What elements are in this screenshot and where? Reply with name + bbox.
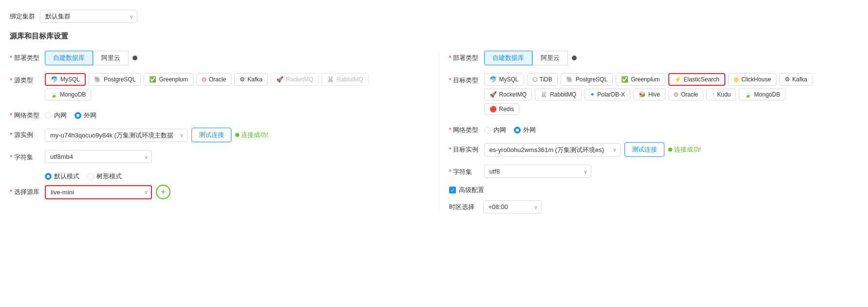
- target-db-es[interactable]: ⚡ ElasticSearch: [668, 73, 725, 86]
- mongodb-icon: 🍃: [50, 91, 57, 98]
- target-network-intranet[interactable]: 内网: [484, 126, 506, 134]
- source-db-select-row: live-mini +: [45, 185, 419, 199]
- source-db-mongodb[interactable]: 🍃 MongoDB: [45, 89, 91, 100]
- source-network-intranet[interactable]: 内网: [45, 111, 67, 120]
- target-db-rocketmq[interactable]: 🚀 RocketMQ: [484, 89, 532, 100]
- source-db-mongodb-label: MongoDB: [60, 91, 86, 98]
- target-db-oracle[interactable]: ⊙ Oracle: [668, 89, 703, 100]
- source-db-mysql[interactable]: 🐬 MySQL: [45, 73, 86, 86]
- target-deploy-tab-aliyun[interactable]: 阿里云: [532, 51, 568, 65]
- source-network-extranet[interactable]: 外网: [75, 111, 96, 120]
- source-db-pg[interactable]: 🐘 PostgreSQL: [89, 73, 141, 86]
- source-network-intranet-label: 内网: [54, 111, 67, 120]
- source-test-btn[interactable]: 测试连接: [191, 128, 231, 142]
- target-db-clickhouse-label: ClickHouse: [741, 76, 771, 83]
- source-db-pg-label: PostgreSQL: [104, 76, 135, 83]
- section-title: 源库和目标库设置: [10, 32, 858, 43]
- es-icon: ⚡: [674, 76, 681, 83]
- source-network-extranet-radio[interactable]: [75, 112, 81, 119]
- target-db-mongodb-label: MongoDB: [754, 91, 780, 98]
- clickhouse-icon: ▦: [734, 76, 739, 83]
- target-network-label: 网络类型: [449, 123, 484, 134]
- source-db-add-btn[interactable]: +: [156, 185, 170, 199]
- advanced-config-checkbox[interactable]: ✓: [449, 187, 456, 193]
- target-db-oracle-label: Oracle: [681, 91, 698, 98]
- target-network-extranet[interactable]: 外网: [514, 126, 536, 134]
- source-deploy-label: 部署类型: [10, 51, 45, 62]
- source-network-intranet-radio[interactable]: [45, 112, 52, 119]
- target-network-extranet-label: 外网: [523, 126, 536, 134]
- target-greenplum-icon: ✅: [621, 76, 628, 83]
- target-db-mysql-label: MySQL: [499, 76, 519, 83]
- target-charset-select[interactable]: utf8: [484, 165, 591, 178]
- target-db-pg-label: PostgreSQL: [576, 76, 607, 83]
- source-charset-select[interactable]: utf8mb4: [45, 150, 152, 163]
- source-instance-select[interactable]: my-u74h3qocuo9y84k (万集测试环境主数据: [45, 129, 188, 142]
- target-db-clickhouse[interactable]: ▦ ClickHouse: [728, 73, 776, 86]
- source-db-select-label: 选择源库: [10, 185, 45, 196]
- target-deploy-indicator: [572, 56, 577, 60]
- target-instance-select[interactable]: es-yro0ohu2wms361m (万集测试环境es): [484, 143, 621, 156]
- target-pg-icon: 🐘: [566, 76, 573, 83]
- target-db-kudu[interactable]: ↑ Kudu: [706, 89, 736, 100]
- target-test-btn[interactable]: 测试连接: [624, 142, 664, 157]
- target-db-greenplum[interactable]: ✅ Greenplum: [616, 73, 665, 86]
- source-db-oracle-label: Oracle: [209, 76, 226, 83]
- source-db-rocketmq[interactable]: 🚀 RocketMQ: [271, 73, 319, 86]
- source-db-oracle[interactable]: ⊙ Oracle: [196, 73, 231, 86]
- target-db-polardbx[interactable]: ✦ PolarDB-X: [585, 89, 630, 100]
- target-deploy-tab-self[interactable]: 自建数据库: [484, 51, 532, 65]
- target-db-kafka[interactable]: ⚙ Kafka: [779, 73, 813, 86]
- target-network-intranet-label: 内网: [493, 126, 506, 134]
- target-db-redis[interactable]: 🔴 Redis: [484, 103, 520, 115]
- source-mode-label: [10, 171, 45, 174]
- source-db-kafka[interactable]: ⚙ Kafka: [234, 73, 268, 86]
- target-db-type-row3: 🔴 Redis: [484, 103, 859, 115]
- cluster-select[interactable]: 默认集群: [40, 10, 137, 23]
- source-mode-tree-radio[interactable]: [87, 173, 94, 180]
- hive-icon: 🐝: [639, 91, 646, 98]
- source-deploy-tab-aliyun[interactable]: 阿里云: [93, 51, 129, 65]
- target-db-mysql[interactable]: 🐬 MySQL: [484, 73, 524, 86]
- source-mode-default[interactable]: 默认模式: [45, 172, 79, 181]
- target-db-pg[interactable]: 🐘 PostgreSQL: [561, 73, 613, 86]
- target-db-hive[interactable]: 🐝 Hive: [633, 89, 665, 100]
- rocketmq-icon: 🚀: [276, 76, 283, 83]
- source-mode-default-label: 默认模式: [54, 172, 79, 181]
- rabbitmq-icon: 🐰: [327, 76, 334, 83]
- source-success-dot: [235, 133, 239, 137]
- target-mongodb-icon: 🍃: [744, 91, 752, 98]
- target-network-intranet-radio[interactable]: [484, 127, 491, 134]
- target-success-dot: [668, 148, 672, 152]
- source-success-indicator: 连接成功!: [235, 131, 268, 139]
- timezone-label: 时区选择: [449, 203, 478, 211]
- target-instance-row: es-yro0ohu2wms361m (万集测试环境es) 测试连接 连接成功!: [484, 142, 859, 157]
- target-db-rabbitmq[interactable]: 🐰 RabbitMQ: [535, 89, 582, 100]
- source-db-kafka-label: Kafka: [247, 76, 263, 83]
- source-db-select[interactable]: live-mini: [45, 185, 152, 199]
- source-network-extranet-label: 外网: [84, 111, 96, 120]
- source-deploy-tab-self[interactable]: 自建数据库: [45, 51, 93, 65]
- source-charset-label: 字符集: [10, 150, 45, 162]
- target-db-mongodb[interactable]: 🍃 MongoDB: [739, 89, 785, 100]
- source-db-rabbitmq[interactable]: 🐰 RabbitMQ: [321, 73, 368, 86]
- source-network-label: 网络类型: [10, 108, 45, 120]
- target-db-redis-label: Redis: [499, 106, 514, 113]
- target-success-indicator: 连接成功!: [668, 145, 701, 154]
- target-network-extranet-radio[interactable]: [514, 127, 521, 134]
- target-mysql-icon: 🐬: [490, 76, 497, 83]
- greenplum-icon: ✅: [149, 76, 156, 83]
- target-rocketmq-icon: 🚀: [490, 91, 497, 98]
- target-oracle-icon: ⊙: [674, 91, 679, 98]
- pg-icon: 🐘: [94, 76, 101, 83]
- target-instance-label: 目标实例: [449, 142, 484, 154]
- target-db-tidb[interactable]: ⬡ TiDB: [527, 73, 558, 86]
- source-mode-default-radio[interactable]: [45, 173, 52, 180]
- tidb-icon: ⬡: [532, 76, 537, 83]
- source-db-greenplum[interactable]: ✅ Greenplum: [144, 73, 193, 86]
- target-db-kafka-label: Kafka: [793, 76, 808, 83]
- target-db-tidb-label: TiDB: [540, 76, 552, 83]
- advanced-config-label: 高级配置: [459, 186, 484, 194]
- timezone-select[interactable]: +08:00: [483, 200, 542, 213]
- source-mode-tree[interactable]: 树形模式: [87, 172, 122, 181]
